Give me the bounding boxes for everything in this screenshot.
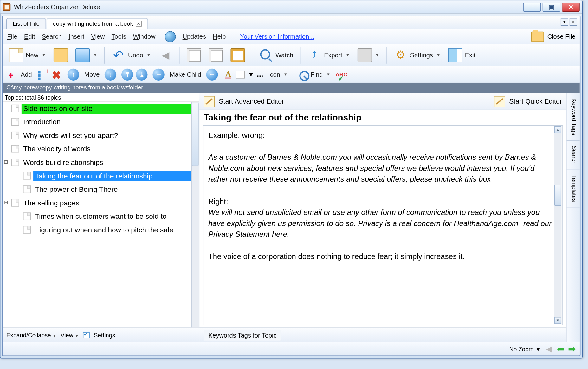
export-button[interactable]: ⤴Export▼ <box>305 47 352 63</box>
tab-close-all-button[interactable]: × <box>570 18 577 26</box>
tab-list-of-files[interactable]: List of File <box>6 18 46 29</box>
pencil-icon <box>204 96 215 107</box>
clipboard-button[interactable] <box>228 47 247 63</box>
view-button[interactable]: View ▼ <box>61 332 79 338</box>
side-tabs: Keyword Tags Search Templates <box>566 93 580 342</box>
arrow-left-icon: ◄ <box>158 48 173 62</box>
back-button[interactable]: ◄ <box>156 47 175 63</box>
sidetab-search[interactable]: Search <box>567 141 580 170</box>
add-list-icon[interactable] <box>37 69 48 80</box>
folder-open-icon <box>54 48 68 62</box>
expand-collapse-button[interactable]: Expand/Collapse ▼ <box>6 332 56 338</box>
nav-prev-disabled-icon: ◄ <box>544 343 553 354</box>
globe-icon <box>165 31 176 42</box>
find-button[interactable]: Find▼ <box>295 68 333 81</box>
font-icon[interactable]: A <box>223 69 233 80</box>
note-p1: Example, wrong: <box>208 130 552 141</box>
folder-icon <box>531 31 544 42</box>
settings-button[interactable]: ⚙Settings▼ <box>391 47 443 63</box>
scrollbar-thumb[interactable] <box>192 103 198 166</box>
move-button[interactable]: Move <box>82 69 102 79</box>
menu-window[interactable]: Window <box>133 33 155 40</box>
copy-button[interactable] <box>184 47 204 63</box>
document-icon <box>11 159 19 166</box>
page-icon <box>9 48 23 62</box>
undo-button[interactable]: ↶Undo▼ <box>109 47 153 63</box>
watch-button[interactable]: Watch <box>256 47 296 63</box>
open-button[interactable] <box>51 47 70 63</box>
zoom-button[interactable]: No Zoom ▼ <box>509 346 541 352</box>
topic-node[interactable]: Introduction <box>3 115 199 129</box>
close-file-button[interactable]: Close File <box>531 31 575 42</box>
version-info-link[interactable]: Your Version Information... <box>240 33 314 40</box>
menu-search[interactable]: Search <box>42 33 62 40</box>
move-up-icon[interactable]: ↑ <box>67 68 79 80</box>
color-swatch[interactable] <box>236 71 245 78</box>
topic-node[interactable]: Figuring out when and how to pitch the s… <box>3 223 199 237</box>
topics-tree[interactable]: Side notes on our siteIntroductionWhy wo… <box>3 102 199 328</box>
add-button[interactable]: Add <box>18 69 34 79</box>
title-bar[interactable]: WhizFolders Organizer Deluxe — ▣ ✕ <box>0 0 582 14</box>
tree-scrollbar[interactable] <box>191 102 199 328</box>
topic-node[interactable]: ⊟Words build relationships <box>3 156 199 170</box>
note-scroll-thumb[interactable] <box>554 185 561 206</box>
topic-node[interactable]: ⊟The selling pages <box>3 197 199 210</box>
spell-check-button[interactable]: ABC <box>335 71 347 78</box>
start-advanced-editor-button[interactable]: Start Advanced Editor <box>219 98 284 105</box>
menu-view[interactable]: View <box>91 33 105 40</box>
move-top-icon[interactable]: ⤒ <box>122 68 133 80</box>
tab-active-document[interactable]: copy writing notes from a book × <box>47 18 148 29</box>
move-bottom-icon[interactable]: ⤓ <box>136 68 148 80</box>
checkbox-icon[interactable] <box>83 332 89 338</box>
document-icon <box>23 226 31 234</box>
tab-dropdown-button[interactable]: ▾ <box>561 18 568 26</box>
topic-node[interactable]: Why words will set you apart? <box>3 129 199 143</box>
topics-panel: Topics: total 86 topics Side notes on ou… <box>3 93 199 342</box>
delete-button[interactable]: ✖ <box>50 68 62 80</box>
close-button[interactable]: ✕ <box>562 2 580 11</box>
note-body[interactable]: Example, wrong: As a customer of Barnes … <box>203 125 563 325</box>
printer-icon <box>358 48 372 62</box>
paste-button[interactable] <box>206 47 225 63</box>
sidetab-keyword-tags[interactable]: Keyword Tags <box>567 93 580 141</box>
menu-tools[interactable]: Tools <box>112 33 126 40</box>
tab-close-icon[interactable]: × <box>136 21 142 27</box>
topic-node[interactable]: Taking the fear out of the relationship <box>3 170 199 183</box>
save-button[interactable]: ▼ <box>73 47 100 63</box>
more-button[interactable]: ... <box>257 70 263 79</box>
menu-insert[interactable]: Insert <box>68 33 84 40</box>
menu-updates[interactable]: Updates <box>183 33 206 40</box>
exit-button[interactable]: Exit <box>446 47 478 63</box>
make-child-button[interactable]: Make Child <box>167 69 204 79</box>
move-down-icon[interactable]: ↓ <box>105 68 116 80</box>
start-quick-editor-button[interactable]: Start Quick Editor <box>509 98 562 105</box>
settings-link[interactable]: Settings... <box>94 332 120 338</box>
minimize-button[interactable]: — <box>523 2 541 11</box>
make-child-right-icon[interactable]: → <box>153 68 165 80</box>
sidetab-templates[interactable]: Templates <box>567 170 580 207</box>
menu-edit[interactable]: Edit <box>24 33 35 40</box>
expand-icon[interactable]: ⊟ <box>3 159 9 165</box>
menu-help[interactable]: Help <box>213 33 226 40</box>
topic-node[interactable]: Side notes on our site <box>3 102 199 116</box>
topics-header: Topics: total 86 topics <box>3 93 199 102</box>
new-button[interactable]: New▼ <box>6 47 48 63</box>
icon-button[interactable]: Icon▼ <box>266 69 290 79</box>
make-child-left-icon[interactable]: ← <box>206 68 218 80</box>
topic-node[interactable]: The power of Being There <box>3 183 199 197</box>
document-icon <box>23 172 31 180</box>
note-title: Taking the fear out of the relationship <box>199 110 566 125</box>
keywords-tab[interactable]: Keywords Tags for Topic <box>204 329 281 340</box>
scroll-up-icon[interactable]: ▲ <box>554 126 561 133</box>
note-scrollbar[interactable] <box>554 126 562 324</box>
topic-node[interactable]: Times when customers want to be sold to <box>3 210 199 223</box>
nav-prev-button[interactable]: ⬅ <box>557 343 565 354</box>
nav-next-button[interactable]: ➡ <box>568 343 576 354</box>
topic-node[interactable]: The velocity of words <box>3 143 199 156</box>
scroll-down-icon[interactable]: ▼ <box>554 317 561 324</box>
menu-file[interactable]: File <box>7 33 17 40</box>
maximize-button[interactable]: ▣ <box>543 2 560 11</box>
expand-icon[interactable]: ⊟ <box>3 199 9 205</box>
print-button[interactable]: ▼ <box>355 47 382 63</box>
copy-icon <box>187 48 201 62</box>
